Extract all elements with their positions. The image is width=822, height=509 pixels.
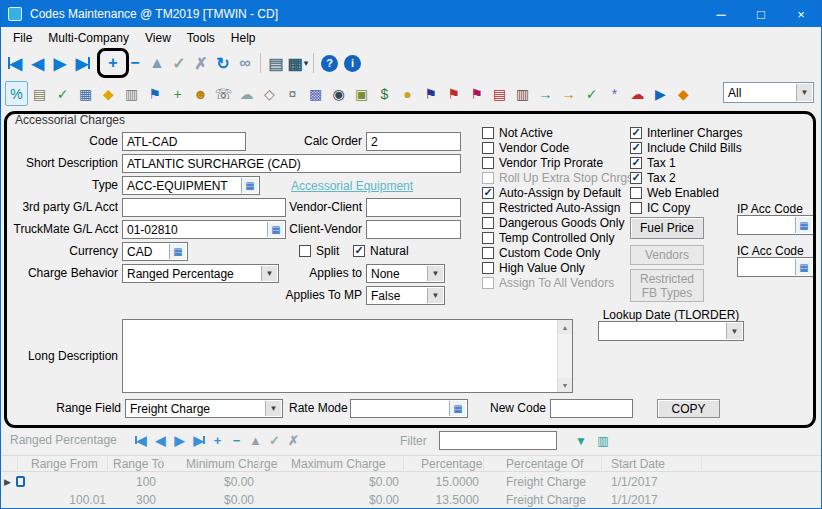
- table-row[interactable]: 100.01300$0.00$0.0013.5000Freight Charge…: [1, 491, 821, 509]
- grid-cell: $0.00: [261, 473, 399, 491]
- grid-body: ▶100$0.00$0.0015.0000Freight Charge1/1/2…: [1, 1, 821, 508]
- grid-cell: 300: [107, 491, 156, 509]
- grid-cell: Freight Charge: [506, 473, 618, 491]
- grid-cell: 100.01: [17, 491, 106, 509]
- grid-cell: $0.00: [161, 473, 254, 491]
- table-row[interactable]: ▶100$0.00$0.0015.0000Freight Charge1/1/2…: [1, 473, 821, 491]
- grid-cell: 1/1/2017: [611, 491, 721, 509]
- grid-cell: 13.5000: [401, 491, 479, 509]
- app-window: Codes Maintenance @ TM2019 [TMWIN - CD] …: [0, 0, 822, 509]
- row-indicator-icon: ▶: [4, 477, 11, 487]
- grid-cell: 100: [107, 473, 156, 491]
- grid-cell: 15.0000: [401, 473, 479, 491]
- grid-cell: $0.00: [261, 491, 399, 509]
- grid-cell: $0.00: [161, 491, 254, 509]
- grid-cell: [17, 473, 106, 491]
- grid-cell: Freight Charge: [506, 491, 618, 509]
- grid-cell: 1/1/2017: [611, 473, 721, 491]
